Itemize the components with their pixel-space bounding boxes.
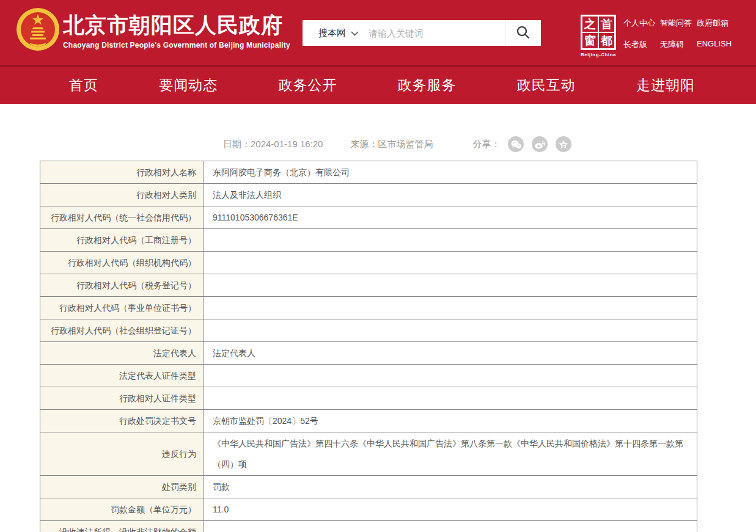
- capital-window-char: 首: [599, 16, 614, 32]
- quick-link[interactable]: 无障碍: [660, 39, 697, 50]
- row-value: [204, 252, 697, 274]
- capital-window-caption: Beijing-China: [579, 52, 618, 57]
- row-value: 罚款: [204, 476, 697, 498]
- table-row: 罚款金额（单位万元） 11.0: [40, 498, 697, 521]
- row-value: [204, 229, 697, 252]
- quick-link[interactable]: 长者版: [623, 39, 660, 50]
- search-button[interactable]: [505, 20, 541, 46]
- row-value: 《中华人民共和国广告法》第四十六条《中华人民共和国广告法》第八条第一款《中华人民…: [204, 432, 697, 476]
- date-value: 2024-01-19 16:20: [251, 139, 323, 149]
- table-row: 法定代表人证件类型: [40, 365, 697, 387]
- row-value: [204, 387, 697, 410]
- row-label: 法定代表人证件类型: [40, 365, 204, 387]
- table-row: 行政相对人代码（社会组织登记证号）: [40, 319, 697, 342]
- capital-window-char: 之: [582, 16, 598, 32]
- national-emblem-logo[interactable]: [16, 7, 60, 51]
- table-row: 违反行为 《中华人民共和国广告法》第四十六条《中华人民共和国广告法》第八条第一款…: [40, 432, 697, 476]
- row-value: 京朝市监处罚〔2024〕52号: [204, 410, 697, 432]
- nav-item[interactable]: 要闻动态: [159, 76, 218, 95]
- capital-window-logo: 之首窗都: [581, 15, 616, 50]
- row-value: [204, 274, 697, 297]
- row-value: [204, 365, 697, 387]
- row-value: 法定代表人: [204, 342, 697, 365]
- row-label: 行政处罚决定书文号: [40, 410, 204, 432]
- row-label: 行政相对人代码（工商注册号）: [40, 229, 204, 252]
- row-value: 11.0: [204, 498, 697, 521]
- row-value: 法人及非法人组织: [204, 184, 697, 206]
- search-scope-selector[interactable]: 搜本网: [303, 27, 359, 39]
- row-label: 行政相对人代码（社会组织登记证号）: [40, 319, 204, 342]
- table-row: 行政相对人代码（事业单位证书号）: [40, 297, 697, 319]
- row-value: [204, 297, 697, 319]
- search-bar: 搜本网: [303, 20, 541, 46]
- site-header: 北京市朝阳区人民政府 Chaoyang District People's Go…: [0, 0, 756, 65]
- row-label: 行政相对人代码（事业单位证书号）: [40, 297, 204, 319]
- nav-item[interactable]: 政务服务: [398, 76, 457, 95]
- row-label: 法定代表人: [40, 342, 204, 365]
- site-subtitle: Chaoyang District People's Government of…: [63, 41, 290, 49]
- row-value: 91110105306676361E: [204, 206, 697, 229]
- capital-window-char: 都: [599, 33, 614, 48]
- search-icon: [516, 25, 530, 42]
- row-label: 没收违法所得、没收非法财物的金额: [40, 521, 204, 532]
- source-label: 来源：: [350, 139, 378, 149]
- row-label: 行政相对人代码（组织机构代码）: [40, 252, 204, 274]
- meta-date: 日期：2024-01-19 16:20: [223, 139, 323, 150]
- table-row: 处罚类别 罚款: [40, 476, 697, 498]
- capital-window-badge[interactable]: 之首窗都 Beijing-China: [579, 15, 618, 57]
- nav-item[interactable]: 政民互动: [517, 76, 576, 95]
- source-value: 区市场监管局: [378, 139, 433, 149]
- row-label: 行政相对人代码（统一社会信用代码）: [40, 206, 204, 229]
- table-row: 行政相对人代码（税务登记号）: [40, 274, 697, 297]
- site-title[interactable]: 北京市朝阳区人民政府: [63, 13, 290, 37]
- table-row: 行政处罚决定书文号 京朝市监处罚〔2024〕52号: [40, 410, 697, 432]
- penalty-table: 行政相对人名称 东阿阿胶电子商务（北京）有限公司 行政相对人类别 法人及非法人组…: [40, 161, 697, 532]
- meta-source: 来源：区市场监管局: [350, 139, 433, 150]
- header-quick-links: 个人中心智能问答政府邮箱 长者版无障碍ENGLISH: [623, 18, 732, 50]
- row-value: [204, 521, 697, 532]
- quick-link[interactable]: 智能问答: [660, 18, 697, 29]
- row-label: 行政相对人名称: [40, 161, 204, 184]
- capital-window-char: 窗: [582, 33, 598, 48]
- weibo-share-icon[interactable]: [532, 136, 548, 152]
- quick-link[interactable]: 个人中心: [623, 18, 660, 29]
- site-title-block[interactable]: 北京市朝阳区人民政府 Chaoyang District People's Go…: [63, 13, 290, 49]
- row-label: 处罚类别: [40, 476, 204, 498]
- article-meta: 日期：2024-01-19 16:20 来源：区市场监管局 分享：: [223, 136, 756, 152]
- table-row: 行政相对人代码（统一社会信用代码） 91110105306676361E: [40, 206, 697, 229]
- table-row: 行政相对人证件类型: [40, 387, 697, 410]
- search-input[interactable]: [359, 28, 505, 38]
- favorite-share-icon[interactable]: [556, 136, 571, 152]
- table-row: 行政相对人名称 东阿阿胶电子商务（北京）有限公司: [40, 161, 697, 184]
- nav-item[interactable]: 首页: [69, 76, 98, 95]
- row-label: 违反行为: [40, 432, 204, 476]
- table-row: 法定代表人 法定代表人: [40, 342, 697, 365]
- meta-share: 分享：: [472, 136, 571, 152]
- nav-item[interactable]: 政务公开: [278, 76, 337, 95]
- table-row: 行政相对人代码（组织机构代码）: [40, 252, 697, 274]
- date-label: 日期：: [223, 139, 251, 149]
- table-row: 行政相对人类别 法人及非法人组织: [40, 184, 697, 206]
- row-label: 罚款金额（单位万元）: [40, 498, 204, 521]
- quick-link[interactable]: ENGLISH: [697, 39, 732, 50]
- row-label: 行政相对人代码（税务登记号）: [40, 274, 204, 297]
- row-value: [204, 319, 697, 342]
- share-label: 分享：: [472, 139, 500, 150]
- wechat-share-icon[interactable]: [508, 136, 524, 152]
- table-row: 行政相对人代码（工商注册号）: [40, 229, 697, 252]
- row-label: 行政相对人证件类型: [40, 387, 204, 410]
- row-label: 行政相对人类别: [40, 184, 204, 206]
- main-nav: 首页要闻动态政务公开政务服务政民互动走进朝阳: [0, 67, 756, 104]
- quick-link[interactable]: 政府邮箱: [697, 18, 732, 29]
- chevron-down-icon: [351, 27, 359, 38]
- search-scope-label: 搜本网: [318, 27, 346, 39]
- row-value: 东阿阿胶电子商务（北京）有限公司: [204, 161, 697, 184]
- table-row: 没收违法所得、没收非法财物的金额: [40, 521, 697, 532]
- nav-item[interactable]: 走进朝阳: [636, 76, 695, 95]
